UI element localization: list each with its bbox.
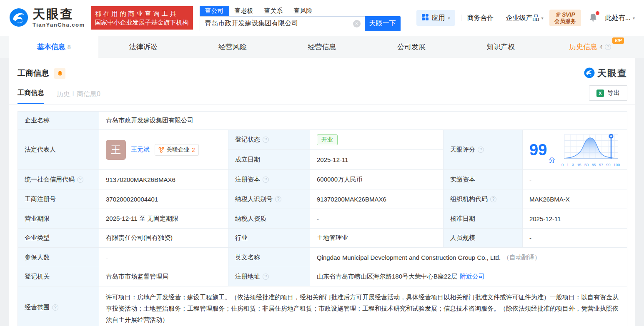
search-tab-company[interactable]: 查公司 (200, 6, 229, 16)
field-label-business-scope: 经营范围 ? (18, 286, 99, 326)
field-value-reg-capital: 600000万人民币 (310, 170, 444, 189)
search-tab-relation[interactable]: 查关系 (259, 6, 288, 16)
help-icon[interactable]: ? (478, 147, 484, 153)
help-icon[interactable]: ? (263, 137, 269, 143)
search-tabs: 查公司 查老板 查关系 查风险 (200, 5, 401, 16)
field-value-industry: 土地管理业 (310, 229, 444, 248)
tab-company-development[interactable]: 公司发展 (367, 36, 456, 58)
search-tab-boss[interactable]: 查老板 (229, 6, 259, 16)
help-icon[interactable]: ? (490, 196, 496, 202)
subscribe-bell-button[interactable] (54, 68, 65, 79)
apps-label: 应用 (432, 14, 445, 22)
legal-rep-name-link[interactable]: 王元斌 (131, 146, 150, 154)
label-text: 登记状态 (235, 136, 260, 144)
subtab-business-info[interactable]: 工商信息 (18, 89, 44, 104)
tianyancha-logo[interactable]: 天眼查 TianYanCha.com (9, 8, 85, 28)
search-tab-risk[interactable]: 查风险 (288, 6, 318, 16)
slogan-line2: 国家中小企业发展子基金旗下机构 (95, 18, 189, 27)
score-axis-labels: 0131550859799100 (561, 162, 620, 167)
field-value-staff-size: - (523, 229, 627, 248)
search-block: 查公司 查老板 查关系 查风险 × 天眼一下 (200, 5, 401, 31)
tab-operation-risk[interactable]: 经营风险 (188, 36, 277, 58)
clear-icon[interactable]: × (353, 20, 361, 27)
business-coop-link[interactable]: 商务合作 (467, 14, 494, 22)
field-value-legal-rep: 王 王元斌 关联企业 2 (99, 130, 228, 170)
label-text: 法定代表人 (25, 146, 56, 154)
help-icon[interactable]: ? (605, 44, 611, 50)
field-label-company-name: 企业名称 (18, 112, 99, 130)
related-companies-badge[interactable]: 关联企业 2 (155, 144, 199, 156)
status-badge: 开业 (317, 134, 338, 145)
auto-translate-note: （自动翻译） (503, 254, 541, 261)
apps-grid-icon (421, 13, 429, 22)
brand-slogan: 都在用的商业查询工具 国家中小企业发展子基金旗下机构 (91, 6, 193, 30)
svip-sublabel: 会员服务 (554, 18, 576, 25)
subtab-label: 历史工商信息 (57, 90, 97, 97)
search-button[interactable]: 天眼一下 (365, 16, 401, 31)
export-button[interactable]: X 导出 (589, 85, 627, 101)
field-label-english-name: 英文名称 (228, 248, 310, 267)
tianyancha-watermark: 天眼查 (584, 67, 627, 80)
user-menu[interactable]: 此处有... ▾ (605, 14, 635, 22)
tab-count: 8 (68, 44, 71, 50)
score-number: 99 (529, 142, 547, 158)
field-label-reg-number: 工商注册号 (18, 189, 99, 209)
label-text: 统一社会信用代码 (25, 176, 75, 184)
score-unit: 分 (549, 156, 555, 167)
label-text: 工商注册号 (25, 195, 56, 203)
watermark-text: 天眼查 (597, 67, 627, 80)
caret-down-icon: ▾ (633, 16, 635, 20)
nearby-companies-link[interactable]: 附近公司 (460, 273, 485, 281)
subtab-row: 工商信息 历史工商信息0 X 导出 (9, 80, 635, 105)
notification-bell[interactable] (589, 12, 598, 24)
value-text: 有限责任公司(国有独资) (106, 234, 173, 242)
field-value-company-type: 有限责任公司(国有独资) (99, 229, 228, 248)
help-icon[interactable]: ? (52, 304, 58, 311)
field-label-reg-address: 注册地址 ? (228, 267, 310, 286)
value-text: MAK26BMA-X (529, 196, 570, 203)
notification-dot (596, 11, 599, 15)
subtab-history-business-info[interactable]: 历史工商信息0 (57, 90, 100, 104)
tab-label: 法律诉讼 (129, 42, 158, 52)
apps-menu[interactable]: 应用 ▾ (416, 10, 455, 26)
label-text: 纳税人识别号 (235, 195, 273, 203)
label-text: 成立日期 (235, 156, 260, 164)
slogan-line1: 都在用的商业查询工具 (95, 9, 189, 18)
field-value-tyc-score[interactable]: 99 分 (523, 130, 627, 170)
help-icon[interactable]: ? (275, 196, 281, 202)
related-network-icon (158, 147, 164, 153)
tab-intellectual-property[interactable]: 知识产权 (456, 36, 545, 58)
help-icon[interactable]: ? (77, 177, 83, 183)
tab-count: 4 (599, 44, 603, 50)
field-label-credit-code: 统一社会信用代码 ? (18, 170, 99, 189)
tab-operation-info[interactable]: 经营信息 (277, 36, 366, 58)
enterprise-products-link[interactable]: 企业级产品 ▾ (506, 14, 544, 22)
tab-label: 基本信息 (37, 42, 65, 52)
field-label-industry: 行业 (228, 229, 310, 248)
tab-history-info[interactable]: VIP 历史信息 4 ? (546, 36, 635, 58)
field-value-credit-code: 91370200MAK26BMAX6 (99, 170, 228, 189)
legal-rep-avatar[interactable]: 王 (106, 140, 126, 160)
svip-label: SVIP (562, 11, 575, 18)
field-value-org-code: MAK26BMA-X (523, 189, 627, 209)
score-distribution-chart: 0131550859799100 (561, 133, 620, 167)
excel-icon: X (596, 90, 604, 97)
tab-label: 知识产权 (486, 42, 515, 52)
tab-basic-info[interactable]: 基本信息 8 (9, 36, 98, 58)
help-icon[interactable]: ? (263, 177, 269, 183)
field-value-company-name: 青岛市政开发建设集团有限公司 (99, 112, 627, 130)
label-text: 企业类型 (25, 234, 50, 242)
tab-legal-proceedings[interactable]: 法律诉讼 (98, 36, 188, 58)
label-text: 参保人数 (25, 254, 50, 261)
search-input[interactable] (200, 16, 365, 31)
tab-label: 历史信息 (569, 42, 597, 52)
user-label: 此处有... (605, 14, 631, 22)
svip-member-entry[interactable]: ♛ SVIP 会员服务 (549, 10, 581, 26)
related-label: 关联企业 (166, 146, 190, 154)
help-icon[interactable]: ? (263, 274, 269, 280)
value-text: 青岛市市场监督管理局 (106, 273, 168, 281)
value-text: - (106, 254, 108, 261)
label-text: 企业名称 (25, 117, 50, 124)
value-text: 青岛市政开发建设集团有限公司 (106, 117, 193, 124)
field-value-reg-status: 开业 (310, 130, 444, 150)
